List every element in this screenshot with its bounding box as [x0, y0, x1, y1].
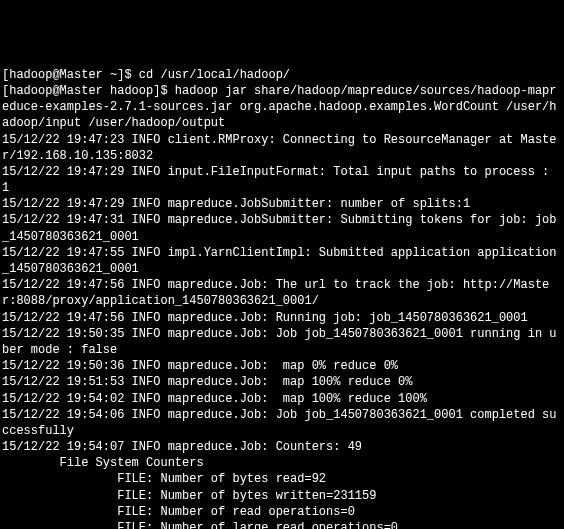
- log-line: FILE: Number of bytes read=92: [2, 471, 562, 487]
- log-line: FILE: Number of read operations=0: [2, 504, 562, 520]
- log-line: 15/12/22 19:50:35 INFO mapreduce.Job: Jo…: [2, 326, 562, 358]
- log-line: 15/12/22 19:47:56 INFO mapreduce.Job: Th…: [2, 277, 562, 309]
- prompt-1-cmd: cd /usr/local/hadoop/: [139, 68, 290, 82]
- log-line: 15/12/22 19:47:29 INFO mapreduce.JobSubm…: [2, 196, 562, 212]
- prompt-line-1: [hadoop@Master ~]$ cd /usr/local/hadoop/: [2, 67, 562, 83]
- log-line: 15/12/22 19:51:53 INFO mapreduce.Job: ma…: [2, 374, 562, 390]
- prompt-line-2: [hadoop@Master hadoop]$ hadoop jar share…: [2, 83, 562, 132]
- log-line: 15/12/22 19:47:31 INFO mapreduce.JobSubm…: [2, 212, 562, 244]
- log-line: 15/12/22 19:47:55 INFO impl.YarnClientIm…: [2, 245, 562, 277]
- prompt-1-userhost: [hadoop@Master ~]$: [2, 68, 139, 82]
- log-line: 15/12/22 19:54:06 INFO mapreduce.Job: Jo…: [2, 407, 562, 439]
- log-line: 15/12/22 19:47:56 INFO mapreduce.Job: Ru…: [2, 310, 562, 326]
- log-line: 15/12/22 19:54:07 INFO mapreduce.Job: Co…: [2, 439, 562, 455]
- log-line: File System Counters: [2, 455, 562, 471]
- terminal-output[interactable]: [hadoop@Master ~]$ cd /usr/local/hadoop/…: [2, 67, 562, 529]
- log-line: 15/12/22 19:47:23 INFO client.RMProxy: C…: [2, 132, 562, 164]
- log-line: 15/12/22 19:47:29 INFO input.FileInputFo…: [2, 164, 562, 196]
- log-line: FILE: Number of bytes written=231159: [2, 488, 562, 504]
- log-line: 15/12/22 19:50:36 INFO mapreduce.Job: ma…: [2, 358, 562, 374]
- log-line: FILE: Number of large read operations=0: [2, 520, 562, 529]
- log-line: 15/12/22 19:54:02 INFO mapreduce.Job: ma…: [2, 391, 562, 407]
- prompt-2-userhost: [hadoop@Master hadoop]$: [2, 84, 175, 98]
